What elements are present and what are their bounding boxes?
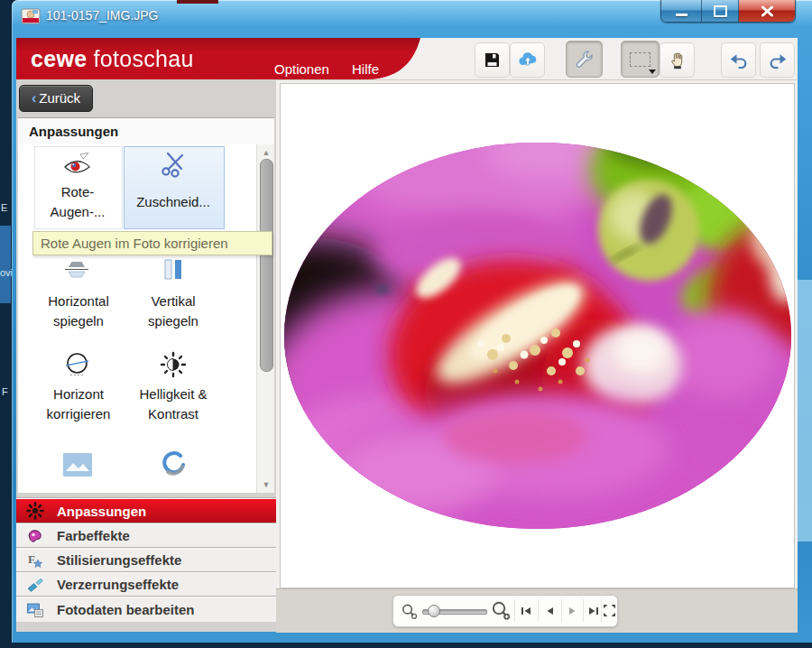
desktop-fragment: [0, 226, 11, 303]
app-icon: [21, 7, 41, 25]
brightness-contrast-icon: [160, 351, 187, 378]
app-header: cewe fotoschau Optionen Hilfe: [16, 38, 798, 80]
stylize-star-icon: F: [26, 551, 44, 569]
category-anpassungen[interactable]: Anpassungen: [16, 498, 276, 523]
distort-icon: [26, 576, 44, 594]
red-eye-icon: [62, 153, 93, 178]
upload-button[interactable]: [510, 42, 545, 78]
cloud-upload-icon: [517, 51, 539, 69]
tool-label-line: spiegeln: [25, 311, 132, 331]
window-title: 101-0157_IMG.JPG: [46, 8, 159, 23]
brand-bold: cewe: [31, 46, 87, 71]
tool-label-line: Vertikal: [124, 292, 223, 311]
rect-select-button[interactable]: [621, 41, 660, 78]
tool-label-line: Horizontal: [25, 292, 132, 311]
back-button[interactable]: ‹Zurück: [19, 85, 93, 112]
redo-button[interactable]: [760, 42, 795, 78]
color-blob-icon: [26, 527, 44, 545]
category-farbeffekte[interactable]: Farbeffekte: [16, 523, 276, 547]
scroll-down-icon[interactable]: ▼: [261, 480, 272, 489]
back-label: Zurück: [39, 90, 80, 106]
tool-label-line: korrigieren: [25, 404, 132, 424]
undo-button[interactable]: [721, 42, 756, 78]
tool-label-line: Horizont: [25, 384, 132, 404]
category-verzerrungseffekte[interactable]: Verzerrungseffekte: [16, 572, 276, 596]
tool-label-line: Augen-...: [34, 202, 121, 222]
photo-ellipse-crop: [281, 84, 794, 588]
tool-label-line: Rote-: [34, 182, 121, 202]
hand-icon: [668, 50, 687, 70]
wrench-icon: [574, 49, 595, 69]
close-button[interactable]: [739, 0, 795, 22]
zoom-slider-handle[interactable]: [428, 605, 440, 617]
menu-hilfe[interactable]: Hilfe: [352, 61, 379, 77]
minimize-icon: [676, 14, 687, 16]
scrollbar[interactable]: ▲ ▼: [256, 144, 274, 493]
brand-logo: cewe fotoschau: [31, 38, 194, 79]
photo-canvas[interactable]: [280, 83, 795, 588]
status-strip: [276, 588, 798, 633]
flip-vertical-icon: [160, 256, 187, 282]
category-label: Verzerrungseffekte: [57, 577, 179, 592]
category-fotodaten[interactable]: Fotodaten bearbeiten: [16, 597, 276, 622]
panel-title: Anpassungen: [29, 124, 274, 139]
window-controls: [660, 0, 796, 23]
dropdown-arrow-icon: [649, 69, 656, 74]
tool-label-line: spiegeln: [124, 311, 223, 331]
desktop-label-fragment: E: [1, 202, 7, 213]
app-surface: cewe fotoschau Optionen Hilfe: [16, 38, 798, 632]
minimize-button[interactable]: [661, 0, 702, 22]
landscape-icon: [61, 451, 94, 478]
zoom-navigation-bar: [392, 595, 618, 627]
redo-icon: [768, 52, 788, 69]
panel-header: Anpassungen: [18, 117, 274, 146]
chevron-left-icon: ‹: [32, 90, 36, 106]
maximize-button[interactable]: [702, 0, 739, 22]
maximize-icon: [714, 5, 727, 17]
desktop-label-fragment: F: [2, 386, 8, 397]
last-icon: [588, 606, 599, 616]
rect-select-icon: [630, 52, 651, 67]
tool-label-line: Zuschneid...: [124, 192, 223, 212]
first-icon: [521, 606, 531, 616]
tool-label-line: Kontrast: [119, 404, 227, 424]
flip-horizontal-icon: [62, 259, 91, 282]
category-stilisierungseffekte[interactable]: F Stilisierungseffekte: [16, 548, 276, 571]
scissors-icon: [158, 151, 189, 180]
photo-data-icon: [26, 601, 44, 619]
scroll-up-icon[interactable]: ▲: [261, 148, 272, 157]
tooltip: Rote Augen im Foto korrigieren: [32, 231, 272, 255]
zoom-in-icon[interactable]: [490, 600, 512, 622]
category-label: Anpassungen: [57, 504, 146, 519]
application-window: 101-0157_IMG.JPG cewe: [12, 0, 812, 643]
fullscreen-icon: [603, 604, 616, 617]
undo-icon: [729, 52, 749, 69]
horizon-icon: [63, 351, 91, 379]
rotate-swoosh-icon: [159, 449, 188, 478]
category-label: Farbeffekte: [57, 528, 130, 543]
close-icon: [761, 5, 774, 17]
brand-light: fotoschau: [94, 46, 194, 71]
first-image-button[interactable]: [514, 599, 537, 622]
svg-text:F: F: [28, 552, 35, 566]
previous-image-button[interactable]: [538, 599, 560, 622]
fullscreen-button[interactable]: [601, 599, 617, 622]
zoom-out-icon[interactable]: [401, 603, 418, 620]
tool-label-line: Helligkeit &: [119, 384, 227, 404]
aero-glass-edge: [798, 280, 812, 542]
save-icon: [484, 51, 501, 69]
desktop-label-fragment: ovi: [0, 267, 13, 278]
next-image-button[interactable]: [561, 599, 584, 622]
tools-panel: Rote- Augen-... Zuschneid... Rote Augen …: [18, 144, 274, 493]
adjust-sun-icon: [26, 502, 44, 520]
menu-optionen[interactable]: Optionen: [274, 61, 329, 77]
settings-wrench-button[interactable]: [566, 41, 603, 78]
category-label: Fotodaten bearbeiten: [57, 602, 195, 617]
background-window-fragment: [177, 0, 218, 4]
next-icon: [567, 606, 578, 616]
sidebar: ‹Zurück Anpassungen: [16, 79, 276, 632]
hand-tool-button[interactable]: [660, 42, 695, 78]
scrollbar-thumb[interactable]: [260, 159, 273, 372]
category-label: Stilisierungseffekte: [57, 552, 181, 568]
save-button[interactable]: [475, 42, 510, 78]
